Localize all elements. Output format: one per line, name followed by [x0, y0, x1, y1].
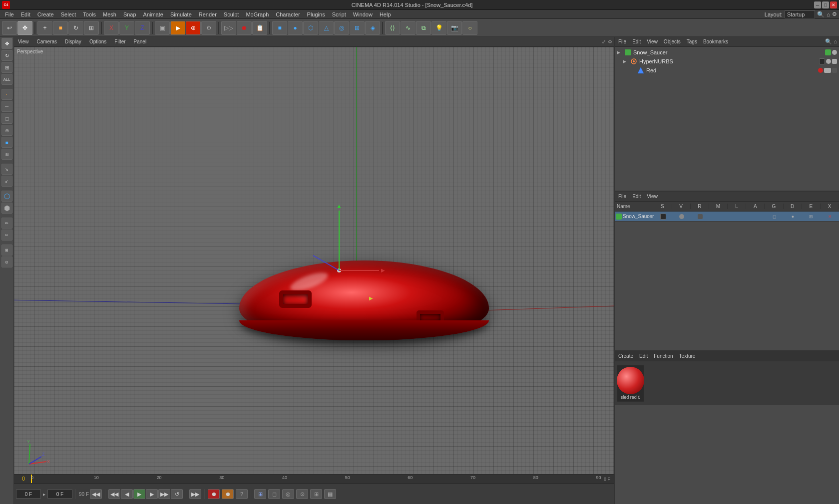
attr-menu-file[interactable]: File: [617, 194, 628, 199]
tl-mode-2[interactable]: ◻: [268, 489, 280, 499]
vp-menu-filter[interactable]: Filter: [112, 39, 127, 44]
tl-rewind[interactable]: ◀◀: [108, 489, 120, 499]
obj-menu-view[interactable]: View: [645, 39, 659, 44]
sidebar-cube3d[interactable]: ⬡: [1, 191, 12, 202]
tl-mode-4[interactable]: ⊙: [296, 489, 308, 499]
cube-button[interactable]: ■: [272, 21, 287, 35]
obj-menu-edit[interactable]: Edit: [631, 39, 642, 44]
z-axis-button[interactable]: Z: [135, 21, 150, 35]
light-button[interactable]: 💡: [431, 21, 446, 35]
attr-col-d[interactable]: ●: [784, 214, 802, 219]
record-button[interactable]: ⏺: [237, 21, 252, 35]
timeline-ticks[interactable]: 0 10 20 30 40 50 60 70 80 90: [31, 475, 602, 483]
menu-window[interactable]: Window: [350, 11, 376, 18]
menu-plugins[interactable]: Plugins: [304, 11, 328, 18]
obj-vis-dot2[interactable]: [819, 58, 825, 64]
bulb-button[interactable]: ○: [462, 21, 477, 35]
render-view-button[interactable]: ▶: [170, 21, 185, 35]
sidebar-uvw[interactable]: ⊕: [1, 125, 12, 136]
menu-file[interactable]: File: [2, 11, 17, 18]
grid-button[interactable]: ⊞: [350, 21, 365, 35]
obj-row-geo[interactable]: Red: [616, 66, 838, 75]
tl-frame-start[interactable]: ◀◀: [90, 489, 102, 499]
torus-button[interactable]: ◎: [334, 21, 349, 35]
attr-menu-edit[interactable]: Edit: [631, 194, 642, 199]
sidebar-knife[interactable]: ✂: [1, 230, 12, 241]
menu-animate[interactable]: Animate: [140, 11, 166, 18]
vp-menu-cameras[interactable]: Cameras: [35, 39, 59, 44]
obj-search-icon[interactable]: 🔍: [825, 38, 832, 45]
sidebar-move[interactable]: ✥: [1, 38, 12, 49]
obj-extra-dot[interactable]: [832, 59, 837, 64]
scale-button[interactable]: ⊞: [84, 21, 99, 35]
tl-forward[interactable]: ▶▶: [158, 489, 170, 499]
tl-mode-6[interactable]: ▦: [324, 489, 336, 499]
sidebar-poly-pen[interactable]: ✏: [1, 218, 12, 229]
attr-col-e[interactable]: ⊞: [802, 214, 821, 219]
attr-col-s[interactable]: [654, 214, 672, 220]
menu-script[interactable]: Script: [329, 11, 349, 18]
render-all-button[interactable]: ⊕: [186, 21, 201, 35]
attr-col-g[interactable]: ◻: [765, 214, 784, 219]
tl-record-red[interactable]: ⏺: [208, 489, 220, 499]
x-axis-button[interactable]: X: [104, 21, 119, 35]
sidebar-polys[interactable]: ◻: [1, 113, 12, 124]
render-region-button[interactable]: ▣: [155, 21, 170, 35]
obj-vis-dot[interactable]: [825, 49, 831, 55]
sidebar-rotate[interactable]: ↻: [1, 50, 12, 61]
viewport-canvas[interactable]: Perspective ▶: [14, 47, 614, 474]
obj-expand-hypernurbs[interactable]: ▶: [623, 59, 630, 64]
attr-menu-view[interactable]: View: [645, 194, 659, 199]
attr-col-x[interactable]: ✕: [821, 214, 839, 219]
gizmo-x-axis[interactable]: [339, 270, 379, 271]
vp-menu-view[interactable]: View: [16, 39, 31, 44]
tl-loop[interactable]: ↺: [171, 489, 183, 499]
add-button[interactable]: +: [37, 21, 52, 35]
menu-edit[interactable]: Edit: [18, 11, 33, 18]
obj-home-icon[interactable]: ⌂: [834, 38, 837, 45]
vp-icon-settings[interactable]: ⚙: [608, 39, 612, 44]
obj-menu-objects[interactable]: Objects: [662, 39, 682, 44]
mat-menu-edit[interactable]: Edit: [638, 353, 649, 359]
sidebar-grid-view[interactable]: ⊞: [1, 245, 12, 255]
obj-menu-tags[interactable]: Tags: [685, 39, 699, 44]
sidebar-tweak[interactable]: ↘: [1, 164, 12, 175]
maximize-button[interactable]: □: [822, 1, 829, 8]
subdiv-button[interactable]: ◈: [365, 21, 380, 35]
vp-menu-options[interactable]: Options: [87, 39, 108, 44]
sidebar-model[interactable]: ■: [1, 137, 12, 148]
tl-mode-3[interactable]: ◎: [282, 489, 294, 499]
deformer-button[interactable]: ⟨⟩: [385, 21, 400, 35]
camera-button[interactable]: 📷: [447, 21, 462, 35]
vp-menu-display[interactable]: Display: [63, 39, 83, 44]
mat-menu-texture[interactable]: Texture: [678, 353, 697, 359]
home-icon[interactable]: ⌂: [827, 11, 830, 17]
minimize-button[interactable]: ─: [814, 1, 821, 8]
sidebar-select-all[interactable]: ALL: [1, 74, 12, 85]
tag-button[interactable]: ⧉: [416, 21, 431, 35]
tl-mode-5[interactable]: ⊞: [310, 489, 322, 499]
vp-menu-panel[interactable]: Panel: [132, 39, 149, 44]
settings-icon[interactable]: ⚙: [832, 11, 837, 17]
cylinder-button[interactable]: ⬡: [303, 21, 318, 35]
start-frame-field[interactable]: [47, 490, 72, 499]
timeline-button[interactable]: 📋: [252, 21, 267, 35]
playback-button[interactable]: ▷▷: [221, 21, 236, 35]
close-button[interactable]: ✕: [830, 1, 837, 8]
obj-row-snowsaucer[interactable]: ▶ Snow_Saucer: [616, 48, 838, 57]
obj-menu-bookmarks[interactable]: Bookmarks: [702, 39, 730, 44]
menu-simulate[interactable]: Simulate: [167, 11, 195, 18]
search-icon[interactable]: 🔍: [817, 11, 825, 18]
attr-col-r[interactable]: [691, 214, 709, 219]
sidebar-live[interactable]: ↙: [1, 176, 12, 187]
object-button[interactable]: ■: [53, 21, 68, 35]
mat-swatch-sled-red[interactable]: sled red 0: [617, 365, 644, 402]
undo-button[interactable]: ↩: [2, 21, 17, 35]
move-button[interactable]: ✥: [17, 21, 32, 35]
menu-sculpt[interactable]: Sculpt: [221, 11, 242, 18]
obj-row-hypernurbs[interactable]: ▶ HyperNURBS: [616, 57, 838, 66]
menu-snap[interactable]: Snap: [120, 11, 139, 18]
sidebar-points[interactable]: ·: [1, 89, 12, 100]
current-frame-field[interactable]: [16, 490, 41, 499]
gizmo-y-axis[interactable]: [339, 211, 340, 270]
